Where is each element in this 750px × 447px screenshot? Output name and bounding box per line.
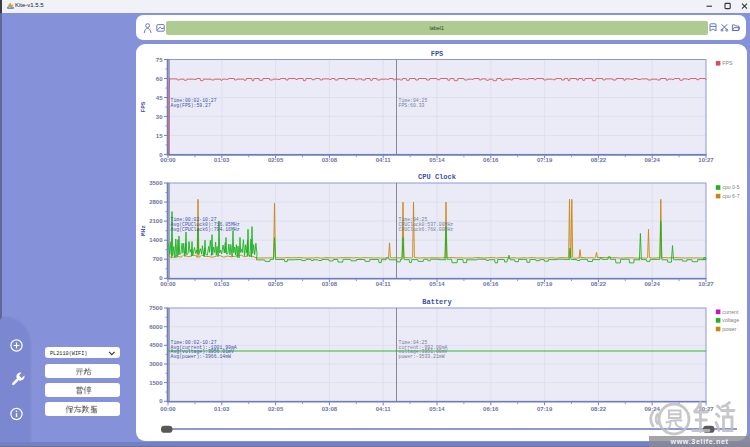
svg-text:08:22: 08:22 bbox=[591, 281, 607, 287]
svg-text:02:05: 02:05 bbox=[268, 157, 284, 163]
svg-text:02:05: 02:05 bbox=[268, 281, 284, 287]
svg-text:CPU Clock: CPU Clock bbox=[418, 173, 456, 181]
svg-text:Avg(FPS):59.27: Avg(FPS):59.27 bbox=[171, 103, 211, 108]
svg-text:03:08: 03:08 bbox=[322, 281, 338, 287]
svg-text:00:00: 00:00 bbox=[160, 281, 176, 287]
svg-text:09:24: 09:24 bbox=[645, 406, 661, 412]
svg-text:3500: 3500 bbox=[149, 180, 163, 186]
svg-text:06:16: 06:16 bbox=[483, 281, 499, 287]
svg-text:04:11: 04:11 bbox=[376, 406, 392, 412]
svg-text:Avg(CPUClock6):794.16MHz: Avg(CPUClock6):794.16MHz bbox=[171, 227, 240, 232]
svg-text:6000: 6000 bbox=[149, 324, 163, 330]
svg-text:FPS:60.33: FPS:60.33 bbox=[399, 103, 425, 108]
svg-text:1400: 1400 bbox=[149, 237, 163, 243]
svg-text:00:00: 00:00 bbox=[160, 406, 176, 412]
svg-text:05:14: 05:14 bbox=[429, 157, 445, 163]
svg-text:05:14: 05:14 bbox=[429, 406, 445, 412]
svg-text:10:27: 10:27 bbox=[698, 406, 714, 412]
svg-text:07:19: 07:19 bbox=[537, 406, 553, 412]
svg-text:06:16: 06:16 bbox=[483, 406, 499, 412]
svg-text:2800: 2800 bbox=[149, 199, 163, 205]
svg-text:10:27: 10:27 bbox=[698, 281, 714, 287]
svg-text:power:-3533.21mW: power:-3533.21mW bbox=[399, 354, 445, 359]
svg-text:30: 30 bbox=[156, 114, 163, 120]
svg-text:4500: 4500 bbox=[149, 342, 163, 348]
svg-text:01:03: 01:03 bbox=[214, 281, 230, 287]
svg-text:2100: 2100 bbox=[149, 218, 163, 224]
svg-text:45: 45 bbox=[156, 95, 163, 101]
svg-text:cpu 6-7: cpu 6-7 bbox=[722, 193, 739, 199]
svg-text:03:08: 03:08 bbox=[322, 157, 338, 163]
svg-text:Avg(power):-3966.14mW: Avg(power):-3966.14mW bbox=[171, 354, 232, 359]
svg-text:7500: 7500 bbox=[149, 305, 163, 311]
svg-text:FPS: FPS bbox=[431, 50, 444, 58]
svg-text:03:08: 03:08 bbox=[322, 406, 338, 412]
svg-text:10:27: 10:27 bbox=[698, 157, 714, 163]
svg-text:MHz: MHz bbox=[140, 225, 147, 236]
svg-text:power: power bbox=[722, 326, 736, 332]
svg-text:cpu 0-5: cpu 0-5 bbox=[722, 184, 739, 190]
svg-text:FPS: FPS bbox=[722, 60, 733, 66]
svg-text:04:11: 04:11 bbox=[376, 157, 392, 163]
svg-text:0: 0 bbox=[159, 398, 163, 404]
svg-text:07:19: 07:19 bbox=[537, 157, 553, 163]
svg-text:00:00: 00:00 bbox=[160, 157, 176, 163]
svg-text:3000: 3000 bbox=[149, 361, 163, 367]
svg-text:CPUClock6:768.00MHz: CPUClock6:768.00MHz bbox=[399, 227, 454, 232]
svg-text:07:19: 07:19 bbox=[537, 281, 553, 287]
svg-text:voltage: voltage bbox=[722, 317, 739, 323]
svg-text:15: 15 bbox=[156, 133, 163, 139]
svg-text:09:24: 09:24 bbox=[645, 157, 661, 163]
svg-text:05:14: 05:14 bbox=[429, 281, 445, 287]
svg-text:06:16: 06:16 bbox=[483, 157, 499, 163]
svg-text:01:03: 01:03 bbox=[214, 157, 230, 163]
svg-text:FPS: FPS bbox=[140, 101, 147, 112]
svg-text:04:11: 04:11 bbox=[376, 281, 392, 287]
svg-text:current: current bbox=[722, 309, 739, 315]
svg-text:700: 700 bbox=[152, 256, 163, 262]
svg-text:1500: 1500 bbox=[149, 380, 163, 386]
svg-text:09:24: 09:24 bbox=[645, 281, 661, 287]
svg-text:Battery: Battery bbox=[422, 298, 452, 306]
svg-text:75: 75 bbox=[156, 57, 163, 63]
svg-text:60: 60 bbox=[156, 76, 163, 82]
svg-text:08:22: 08:22 bbox=[591, 406, 607, 412]
svg-text:01:03: 01:03 bbox=[214, 406, 230, 412]
svg-text:08:22: 08:22 bbox=[591, 157, 607, 163]
svg-text:02:05: 02:05 bbox=[268, 406, 284, 412]
